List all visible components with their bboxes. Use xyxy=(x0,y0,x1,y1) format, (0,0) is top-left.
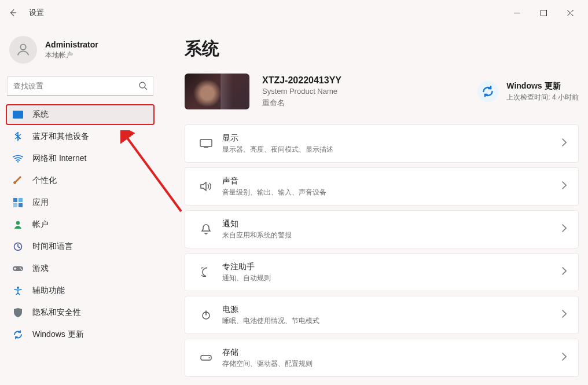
sidebar-item-label: 时间和语言 xyxy=(32,241,73,252)
svg-rect-6 xyxy=(19,198,23,202)
card-subtitle: 音量级别、输出、输入、声音设备 xyxy=(222,188,562,197)
accessibility-icon xyxy=(13,285,23,296)
sidebar-item-label: 隐私和安全性 xyxy=(32,307,81,318)
power-icon xyxy=(194,310,218,320)
minimize-button[interactable] xyxy=(504,3,530,22)
wifi-icon xyxy=(13,153,23,164)
rename-link[interactable]: 重命名 xyxy=(262,98,341,108)
search-box xyxy=(7,76,153,96)
account-icon xyxy=(13,219,23,230)
shield-icon xyxy=(13,307,23,318)
card-focus-assist[interactable]: 专注助手通知、自动规则 xyxy=(185,253,579,291)
maximize-button[interactable] xyxy=(530,3,557,22)
card-title: 通知 xyxy=(222,219,562,229)
svg-point-4 xyxy=(17,161,19,162)
card-subtitle: 睡眠、电池使用情况、节电模式 xyxy=(222,316,562,326)
sidebar-item-label: 个性化 xyxy=(32,175,57,186)
chevron-right-icon xyxy=(562,310,567,320)
sidebar-item-label: Windows 更新 xyxy=(32,329,84,340)
windows-update-shortcut[interactable]: Windows 更新 上次检查时间: 4 小时前 xyxy=(477,81,579,102)
desktop-thumbnail[interactable] xyxy=(185,74,249,109)
system-icon xyxy=(13,109,23,120)
card-display[interactable]: 显示显示器、亮度、夜间模式、显示描述 xyxy=(185,124,579,163)
app-title: 设置 xyxy=(29,8,44,18)
sidebar-item-accessibility[interactable]: 辅助功能 xyxy=(6,280,155,301)
sidebar-item-label: 蓝牙和其他设备 xyxy=(32,131,89,142)
title-bar: 设置 xyxy=(0,0,588,25)
card-title: 专注助手 xyxy=(222,262,562,272)
sidebar-item-label: 帐户 xyxy=(32,219,49,230)
clock-icon xyxy=(13,241,23,252)
svg-rect-8 xyxy=(19,203,23,207)
update-icon xyxy=(13,329,23,340)
svg-rect-0 xyxy=(541,10,546,16)
game-icon xyxy=(13,263,23,274)
card-title: 声音 xyxy=(222,176,562,186)
sidebar-item-apps[interactable]: 应用 xyxy=(6,192,155,213)
sidebar-item-windows-update[interactable]: Windows 更新 xyxy=(6,324,155,345)
device-name: XTZJ-20220413YY xyxy=(262,75,341,86)
user-subtitle: 本地帐户 xyxy=(45,50,98,60)
sidebar-item-system[interactable]: 系统 xyxy=(6,104,155,125)
svg-point-14 xyxy=(17,287,19,289)
svg-point-12 xyxy=(20,267,21,269)
bell-icon xyxy=(194,224,218,234)
product-name: System Product Name xyxy=(262,87,341,96)
sidebar-item-accounts[interactable]: 帐户 xyxy=(6,214,155,235)
chevron-right-icon xyxy=(562,224,567,234)
sidebar-item-time-language[interactable]: 时间和语言 xyxy=(6,236,155,257)
avatar-icon xyxy=(9,36,37,64)
svg-rect-5 xyxy=(13,198,17,202)
main-content: 系统 XTZJ-20220413YY System Product Name 重… xyxy=(159,25,588,385)
bluetooth-icon xyxy=(13,131,23,142)
update-icon xyxy=(477,81,498,102)
sidebar-item-privacy[interactable]: 隐私和安全性 xyxy=(6,302,155,323)
back-button[interactable] xyxy=(8,8,17,17)
sidebar-item-personalization[interactable]: 个性化 xyxy=(6,170,155,191)
sidebar-item-label: 游戏 xyxy=(32,263,49,274)
sidebar-item-label: 辅助功能 xyxy=(32,285,65,296)
sidebar-item-label: 系统 xyxy=(32,109,49,120)
svg-rect-3 xyxy=(13,111,23,119)
settings-cards: 显示显示器、亮度、夜间模式、显示描述 声音音量级别、输出、输入、声音设备 通知来… xyxy=(185,124,579,377)
svg-point-13 xyxy=(21,269,22,270)
card-notifications[interactable]: 通知来自应用和系统的警报 xyxy=(185,210,579,248)
card-subtitle: 来自应用和系统的警报 xyxy=(222,230,562,240)
storage-icon xyxy=(194,355,218,361)
sidebar-nav: 系统 蓝牙和其他设备 网络和 Internet 个性化 应用 帐户 xyxy=(6,104,155,345)
svg-rect-7 xyxy=(13,203,17,207)
user-name: Administrator xyxy=(45,40,98,49)
windows-update-title: Windows 更新 xyxy=(506,81,579,91)
sidebar-item-bluetooth[interactable]: 蓝牙和其他设备 xyxy=(6,126,155,147)
close-button[interactable] xyxy=(557,3,583,22)
chevron-right-icon xyxy=(562,267,567,277)
window-controls xyxy=(504,3,583,22)
search-input[interactable] xyxy=(7,76,153,96)
apps-icon xyxy=(13,197,23,208)
card-storage[interactable]: 存储存储空间、驱动器、配置规则 xyxy=(185,339,579,377)
sidebar-item-gaming[interactable]: 游戏 xyxy=(6,258,155,279)
chevron-right-icon xyxy=(562,181,567,192)
sidebar-item-label: 应用 xyxy=(32,197,49,208)
chevron-right-icon xyxy=(562,353,567,363)
chevron-right-icon xyxy=(562,138,567,149)
sound-icon xyxy=(194,182,218,191)
card-power[interactable]: 电源睡眠、电池使用情况、节电模式 xyxy=(185,296,579,334)
card-title: 电源 xyxy=(222,305,562,315)
sidebar-item-label: 网络和 Internet xyxy=(32,153,86,164)
page-title: 系统 xyxy=(185,37,579,61)
sidebar: Administrator 本地帐户 系统 蓝牙和其他设备 网络和 Intern… xyxy=(0,25,159,385)
svg-point-18 xyxy=(209,357,210,358)
svg-point-1 xyxy=(20,45,25,50)
card-subtitle: 存储空间、驱动器、配置规则 xyxy=(222,359,562,369)
card-subtitle: 通知、自动规则 xyxy=(222,273,562,283)
sidebar-item-network[interactable]: 网络和 Internet xyxy=(6,148,155,169)
svg-rect-15 xyxy=(200,140,212,146)
search-icon xyxy=(138,81,148,93)
svg-point-2 xyxy=(139,82,145,88)
user-panel[interactable]: Administrator 本地帐户 xyxy=(6,32,155,72)
card-title: 存储 xyxy=(222,347,562,358)
card-subtitle: 显示器、亮度、夜间模式、显示描述 xyxy=(222,145,562,155)
card-sound[interactable]: 声音音量级别、输出、输入、声音设备 xyxy=(185,167,579,206)
windows-update-lastcheck: 上次检查时间: 4 小时前 xyxy=(506,93,579,102)
